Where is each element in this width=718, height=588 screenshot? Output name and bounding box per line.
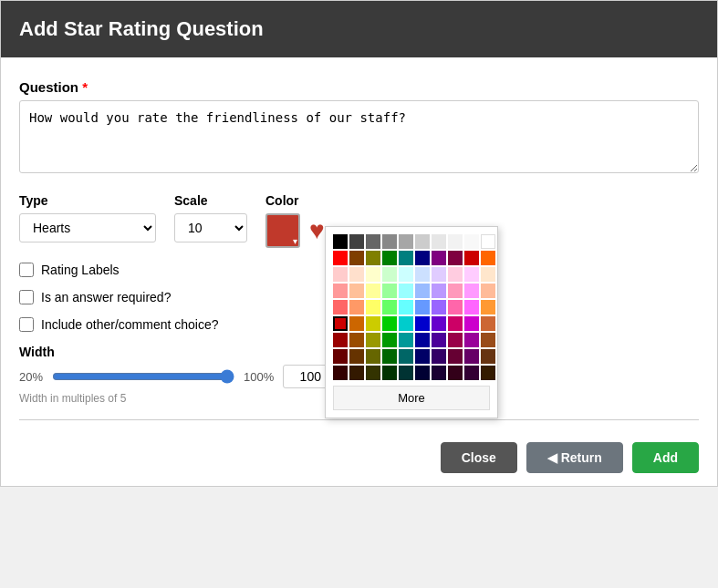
close-button[interactable]: Close [441, 442, 517, 473]
color-cell[interactable] [481, 284, 495, 298]
color-cell[interactable] [366, 316, 380, 331]
color-cell[interactable] [366, 349, 380, 364]
color-cell[interactable] [382, 366, 397, 380]
question-input[interactable]: How would you rate the friendliness of o… [19, 100, 699, 173]
color-cell[interactable] [333, 300, 348, 315]
color-cell[interactable] [333, 349, 348, 364]
color-cell[interactable] [464, 333, 479, 347]
color-cell[interactable] [481, 251, 495, 265]
color-cell[interactable] [432, 349, 446, 364]
more-colors-button[interactable]: More [333, 386, 490, 410]
color-cell[interactable] [464, 284, 479, 298]
color-cell[interactable] [349, 284, 364, 298]
color-cell[interactable] [481, 234, 495, 249]
color-cell[interactable] [432, 284, 446, 298]
color-cell[interactable] [481, 316, 495, 331]
color-cell[interactable] [448, 366, 463, 380]
color-cell[interactable] [382, 284, 397, 298]
color-cell[interactable] [399, 300, 413, 315]
color-cell[interactable] [333, 234, 348, 249]
color-cell[interactable] [432, 267, 446, 282]
color-cell[interactable] [349, 251, 364, 265]
color-cell[interactable] [399, 267, 413, 282]
color-cell[interactable] [464, 300, 479, 315]
color-cell[interactable] [481, 366, 495, 380]
is-required-checkbox[interactable] [19, 290, 34, 304]
color-cell[interactable] [382, 316, 397, 331]
color-cell[interactable] [448, 251, 463, 265]
color-cell[interactable] [382, 234, 397, 249]
include-other-label[interactable]: Include other/comment choice? [41, 317, 219, 332]
color-cell[interactable] [366, 284, 380, 298]
color-cell[interactable] [349, 316, 364, 331]
color-cell[interactable] [464, 234, 479, 249]
color-cell[interactable] [432, 234, 446, 249]
color-cell[interactable] [366, 300, 380, 315]
color-cell[interactable] [448, 349, 463, 364]
color-cell[interactable] [415, 333, 430, 347]
color-cell[interactable] [448, 300, 463, 315]
color-cell[interactable] [399, 316, 413, 331]
color-cell[interactable] [349, 300, 364, 315]
color-cell[interactable] [432, 300, 446, 315]
color-cell[interactable] [464, 366, 479, 380]
color-cell[interactable] [333, 267, 348, 282]
color-cell[interactable] [415, 284, 430, 298]
color-cell[interactable] [382, 349, 397, 364]
color-cell[interactable] [399, 366, 413, 380]
color-cell[interactable] [399, 251, 413, 265]
color-cell[interactable] [432, 333, 446, 347]
color-cell[interactable] [415, 234, 430, 249]
color-cell[interactable] [366, 333, 380, 347]
color-cell[interactable] [448, 333, 463, 347]
color-cell[interactable] [448, 267, 463, 282]
color-cell[interactable] [464, 267, 479, 282]
color-cell[interactable] [432, 251, 446, 265]
color-cell[interactable] [464, 251, 479, 265]
color-cell[interactable] [481, 349, 495, 364]
is-required-label[interactable]: Is an answer required? [41, 290, 171, 304]
color-swatch-button[interactable] [265, 213, 300, 248]
color-cell[interactable] [349, 333, 364, 347]
color-cell[interactable] [415, 366, 430, 380]
color-cell[interactable] [399, 349, 413, 364]
type-select[interactable]: Stars Hearts Thumbs Numbers [19, 213, 156, 242]
color-cell[interactable] [333, 251, 348, 265]
color-cell[interactable] [382, 267, 397, 282]
color-cell[interactable] [333, 366, 348, 380]
color-cell[interactable] [481, 333, 495, 347]
color-cell[interactable] [349, 366, 364, 380]
color-cell[interactable] [399, 284, 413, 298]
color-cell[interactable] [366, 366, 380, 380]
color-cell-selected[interactable] [333, 316, 348, 331]
include-other-checkbox[interactable] [19, 317, 34, 332]
color-cell[interactable] [382, 300, 397, 315]
color-cell[interactable] [448, 234, 463, 249]
width-slider[interactable] [52, 369, 234, 384]
color-cell[interactable] [448, 284, 463, 298]
color-cell[interactable] [349, 234, 364, 249]
color-cell[interactable] [464, 316, 479, 331]
color-cell[interactable] [349, 267, 364, 282]
color-cell[interactable] [399, 333, 413, 347]
color-cell[interactable] [349, 349, 364, 364]
color-cell[interactable] [415, 251, 430, 265]
color-cell[interactable] [415, 267, 430, 282]
color-cell[interactable] [448, 316, 463, 331]
color-cell[interactable] [481, 267, 495, 282]
color-cell[interactable] [415, 349, 430, 364]
color-cell[interactable] [399, 234, 413, 249]
color-cell[interactable] [415, 316, 430, 331]
color-cell[interactable] [382, 251, 397, 265]
color-cell[interactable] [432, 366, 446, 380]
add-button[interactable]: Add [632, 442, 699, 473]
color-cell[interactable] [333, 284, 348, 298]
color-cell[interactable] [366, 234, 380, 249]
color-cell[interactable] [382, 333, 397, 347]
color-cell[interactable] [333, 333, 348, 347]
color-cell[interactable] [366, 267, 380, 282]
color-cell[interactable] [464, 349, 479, 364]
rating-labels-checkbox[interactable] [19, 263, 34, 277]
return-button[interactable]: Return [526, 442, 623, 473]
scale-select[interactable]: 1234 5678 910 [174, 213, 247, 242]
